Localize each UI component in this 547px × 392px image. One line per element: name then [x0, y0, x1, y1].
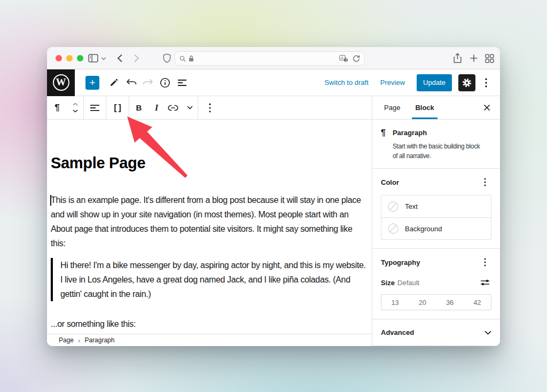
block-card: ¶ Paragraph Start with the basic buildin… — [372, 120, 500, 169]
color-panel: Color Text — [372, 169, 500, 249]
size-custom-settings-button[interactable] — [479, 276, 491, 289]
info-icon — [160, 77, 170, 88]
more-formatting-button[interactable] — [182, 96, 198, 119]
sidebar-chevron-button[interactable] — [101, 47, 106, 69]
font-size-preset-13[interactable]: 13 — [381, 295, 409, 310]
tab-block[interactable]: Block — [408, 96, 441, 119]
block-card-description: Start with the basic building block — [393, 142, 480, 151]
wordpress-menu-button[interactable]: W — [47, 69, 75, 96]
settings-sidebar: Page Block ¶ Paragraph Start with — [372, 96, 500, 346]
align-text-button[interactable] — [84, 96, 106, 119]
italic-button[interactable]: I — [149, 96, 165, 119]
advanced-panel-toggle[interactable]: Advanced — [372, 319, 500, 346]
sidebar-toggle-button[interactable] — [88, 47, 98, 69]
background-color-label: Background — [405, 225, 442, 233]
background-color-row[interactable]: Background — [381, 217, 491, 239]
document-details-button[interactable] — [157, 73, 173, 92]
pencil-icon — [109, 77, 119, 88]
paragraph-line: About page that introduces them to poten… — [51, 222, 361, 236]
color-swatch-empty-icon — [388, 223, 398, 234]
close-sidebar-button[interactable] — [479, 96, 495, 119]
sidebar-icon — [88, 54, 98, 62]
svg-text:文: 文 — [345, 58, 348, 61]
list-view-icon — [177, 79, 187, 87]
font-size-preset-36[interactable]: 36 — [436, 295, 464, 310]
color-options-button[interactable] — [479, 176, 491, 189]
more-vertical-icon — [485, 78, 487, 88]
editor-main-column: ¶ — [47, 96, 372, 346]
editor-canvas[interactable]: Sample Page This is an example page. It'… — [47, 120, 372, 334]
paragraph-line: and will show up in your site navigation… — [51, 207, 361, 222]
privacy-shield-button[interactable] — [163, 47, 171, 69]
wordpress-logo-icon: W — [53, 74, 69, 91]
chevron-left-icon — [117, 54, 123, 62]
translate-icon[interactable]: A 文 — [339, 55, 348, 62]
zoom-window-button[interactable] — [77, 55, 83, 61]
link-button[interactable] — [165, 96, 182, 119]
editor-options-button[interactable] — [480, 74, 493, 91]
share-button[interactable] — [453, 47, 462, 69]
font-size-preset-20[interactable]: 20 — [409, 295, 436, 310]
color-panel-title: Color — [381, 178, 399, 186]
paragraph-line: this: — [51, 236, 361, 250]
italic-icon: I — [155, 103, 158, 113]
align-left-icon — [90, 104, 100, 112]
tab-overview-button[interactable] — [485, 47, 494, 69]
quote-line: gettin' caught in the rain.) — [60, 287, 366, 301]
paragraph-icon: ¶ — [54, 103, 59, 113]
more-vertical-icon — [209, 103, 211, 113]
chevron-right-icon — [134, 54, 139, 62]
font-size-presets: 13 20 36 42 — [381, 294, 491, 310]
switch-to-draft-button[interactable]: Switch to draft — [324, 79, 368, 87]
more-vertical-icon — [484, 258, 486, 266]
text-color-row[interactable]: Text — [381, 195, 491, 217]
font-size-preset-42[interactable]: 42 — [464, 295, 491, 310]
page-title[interactable]: Sample Page — [51, 154, 145, 172]
redo-button[interactable] — [140, 73, 156, 92]
desktop-background: A 文 — [0, 0, 547, 392]
editor-header-actions: Switch to draft Preview Update — [324, 74, 500, 91]
chevron-down-icon — [101, 57, 106, 60]
bold-button[interactable]: B — [129, 96, 149, 119]
quote-block[interactable]: Hi there! I'm a bike messenger by day, a… — [51, 258, 366, 301]
new-tab-button[interactable] — [470, 47, 478, 69]
close-window-button[interactable] — [56, 55, 62, 61]
edit-tool-button[interactable] — [106, 73, 122, 92]
forward-button[interactable] — [134, 47, 139, 69]
preview-button[interactable]: Preview — [380, 79, 405, 87]
reload-icon[interactable] — [353, 54, 360, 62]
typography-options-button[interactable] — [479, 256, 491, 269]
paragraph-block-button[interactable]: ¶ — [47, 96, 67, 119]
close-icon — [483, 104, 490, 111]
edit-as-html-button[interactable]: [] — [106, 96, 129, 119]
color-settings-box: Text Background — [381, 195, 491, 240]
block-options-button[interactable] — [198, 96, 222, 119]
quote-line: I live in Los Angeles, have a great dog … — [60, 272, 366, 287]
back-button[interactable] — [117, 47, 123, 69]
lock-icon — [189, 55, 194, 62]
mover-chevrons-icon — [72, 102, 79, 114]
address-bar[interactable]: A 文 — [175, 51, 365, 66]
search-icon — [179, 56, 186, 62]
closing-paragraph-block[interactable]: ...or something like this: — [51, 317, 136, 331]
undo-icon — [126, 78, 137, 88]
block-inserter-button[interactable]: + — [85, 76, 99, 90]
shield-icon — [163, 53, 171, 63]
breadcrumb-page[interactable]: Page — [59, 336, 74, 344]
list-view-button[interactable] — [174, 73, 190, 92]
block-toolbar: ¶ — [47, 96, 372, 120]
undo-button[interactable] — [123, 73, 139, 92]
browser-window: A 文 — [47, 47, 500, 346]
link-icon — [168, 105, 178, 111]
update-button[interactable]: Update — [417, 74, 452, 91]
tab-page[interactable]: Page — [377, 96, 408, 119]
block-mover-button[interactable] — [67, 96, 83, 119]
chevron-right-icon: › — [78, 336, 80, 344]
settings-toggle-button[interactable] — [458, 74, 475, 91]
plus-icon — [470, 54, 478, 62]
paragraph-block[interactable]: This is an example page. It's different … — [51, 193, 361, 250]
chevron-down-icon — [187, 106, 193, 109]
minimize-window-button[interactable] — [66, 55, 73, 61]
gear-icon — [462, 77, 472, 88]
block-card-description: of all narrative. — [393, 151, 480, 161]
